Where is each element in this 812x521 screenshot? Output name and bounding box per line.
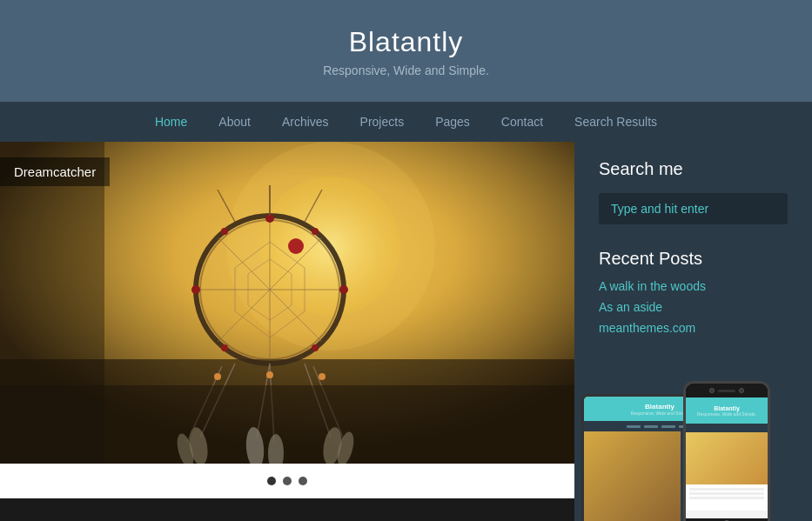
sidebar: Search me Recent Posts A walk in the woo… — [574, 142, 812, 521]
phone-nav — [686, 424, 768, 432]
slider-dots — [0, 464, 574, 498]
svg-point-17 — [312, 228, 319, 235]
tablet-nav-item — [644, 425, 658, 428]
phone-subtitle: Responsive, Wide and Simple. — [697, 411, 756, 417]
svg-point-18 — [221, 344, 228, 351]
svg-point-16 — [221, 228, 228, 235]
svg-point-19 — [312, 344, 319, 351]
svg-rect-40 — [0, 385, 574, 464]
phone-camera-right — [739, 388, 744, 393]
tablet-title: Blatantly — [645, 403, 674, 411]
nav-item-about[interactable]: About — [203, 102, 266, 142]
search-input[interactable] — [599, 193, 788, 224]
main-container: Dreamcatcher Search me Recent Posts A wa… — [0, 142, 812, 521]
nav-item-projects[interactable]: Projects — [345, 102, 420, 142]
recent-post-2[interactable]: As an aside — [599, 300, 788, 314]
dreamcatcher-svg — [0, 142, 574, 464]
slider-dot-3[interactable] — [299, 477, 307, 485]
tablet-subtitle: Responsive, Wide and Simple — [631, 411, 689, 416]
nav-item-archives[interactable]: Archives — [266, 102, 345, 142]
site-header: Blatantly Responsive, Wide and Simple. — [0, 0, 812, 102]
site-tagline: Responsive, Wide and Simple. — [17, 63, 795, 77]
phone-line — [689, 488, 764, 491]
recent-post-1[interactable]: A walk in the woods — [599, 279, 788, 293]
search-section: Search me — [599, 159, 788, 224]
slider-dot-1[interactable] — [267, 477, 276, 485]
recent-post-3[interactable]: meanthemes.com — [599, 321, 788, 335]
tablet-main-content — [584, 431, 681, 521]
svg-point-38 — [266, 371, 273, 378]
phone-body — [686, 432, 768, 484]
phone-title: Blatantly — [714, 405, 740, 411]
phone-line — [689, 497, 764, 499]
slider-dot-2[interactable] — [283, 477, 292, 485]
phone-top-bar — [686, 384, 768, 397]
nav-item-pages[interactable]: Pages — [419, 102, 486, 142]
svg-point-20 — [288, 238, 304, 254]
hero-area: Dreamcatcher — [0, 142, 574, 521]
hero-label: Dreamcatcher — [0, 157, 110, 186]
phone-mockup: Blatantly Responsive, Wide and Simple. — [683, 381, 770, 521]
recent-posts-title: Recent Posts — [599, 249, 788, 269]
svg-point-37 — [319, 373, 325, 380]
main-nav: Home About Archives Projects Pages Conta… — [0, 102, 812, 142]
tablet-nav-item — [661, 425, 675, 428]
nav-item-contact[interactable]: Contact — [486, 102, 559, 142]
hero-image: Dreamcatcher — [0, 142, 574, 464]
svg-point-36 — [214, 373, 221, 380]
recent-posts-section: Recent Posts A walk in the woods As an a… — [599, 249, 788, 335]
phone-footer — [686, 484, 768, 511]
device-preview-area: Blatantly Responsive, Wide and Simple — [599, 359, 788, 521]
search-title: Search me — [599, 159, 788, 179]
phone-camera — [709, 388, 715, 393]
site-title: Blatantly — [17, 26, 795, 58]
nav-item-home[interactable]: Home — [139, 102, 203, 142]
phone-speaker — [718, 390, 735, 392]
svg-point-14 — [339, 285, 348, 294]
tablet-nav-item — [627, 425, 641, 428]
svg-point-15 — [191, 285, 200, 294]
phone-screen: Blatantly Responsive, Wide and Simple. — [686, 397, 768, 518]
phone-header: Blatantly Responsive, Wide and Simple. — [686, 397, 768, 424]
nav-item-search-results[interactable]: Search Results — [559, 102, 673, 142]
phone-line — [689, 492, 764, 495]
